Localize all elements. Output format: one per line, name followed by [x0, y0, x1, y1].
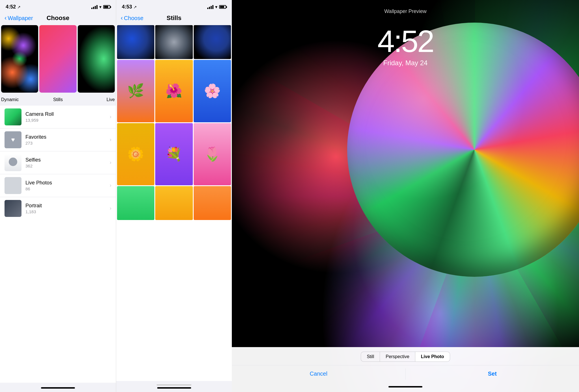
album-thumb-camera-roll: [5, 108, 21, 125]
battery-icon-panel1: [103, 5, 110, 9]
stills-thumb-green1[interactable]: [117, 186, 154, 220]
chevron-icon-selfies: ›: [110, 160, 111, 165]
type-option-live-photo[interactable]: Live Photo: [415, 352, 450, 362]
signal-bars-panel1: [91, 5, 98, 9]
wifi-icon-panel2: ▾: [215, 4, 217, 10]
stills-row-3: 🌼 💐 🌷: [116, 123, 232, 186]
set-button[interactable]: Set: [406, 365, 579, 382]
cancel-button[interactable]: Cancel: [232, 365, 405, 382]
album-info-selfies: Selfies 362: [25, 157, 111, 168]
p2-signal-bar-4: [212, 5, 213, 9]
photo-type-selector: Still Perspective Live Photo: [232, 347, 579, 365]
wallpaper-preview-panel: Wallpaper Preview 4:52 Friday, May 24 St…: [232, 0, 579, 392]
back-chevron-icon: ‹: [5, 14, 7, 22]
flower5-overlay: 💐: [155, 123, 193, 186]
wifi-icon-panel1: ▾: [99, 4, 101, 10]
stills-thumb-earth2[interactable]: [194, 25, 231, 59]
chevron-icon-live-photos: ›: [110, 182, 111, 188]
flower4-overlay: 🌼: [117, 123, 154, 186]
album-item-favorites[interactable]: ♥ Favorites 273 ›: [0, 128, 116, 151]
album-info-live-photos: Live Photos 86: [25, 180, 111, 191]
album-info-favorites: Favorites 273: [25, 134, 111, 145]
p2-signal-bar-3: [211, 6, 212, 9]
wallpaper-chooser-panel: 4:52 ↗ ▾ ‹ Wallpaper Choose D: [0, 0, 116, 392]
nav-bar-panel2: ‹ Choose Stills: [116, 12, 232, 25]
battery-fill-panel1: [104, 6, 108, 8]
album-thumb-selfies: [5, 154, 21, 171]
status-icons-panel2: ▾: [207, 4, 226, 10]
type-option-perspective[interactable]: Perspective: [380, 352, 415, 362]
p2-signal-bar-2: [209, 7, 210, 9]
flower6-overlay: 🌷: [194, 123, 231, 186]
album-count-portrait: 1,183: [25, 209, 111, 214]
stills-thumb-gold1[interactable]: [155, 186, 193, 220]
flower2-overlay: 🌺: [155, 60, 193, 122]
back-label-panel1[interactable]: Wallpaper: [8, 15, 33, 21]
back-button-panel2[interactable]: ‹ Choose: [121, 14, 143, 22]
wallpaper-thumb-stills[interactable]: [39, 25, 76, 93]
status-time-panel1: 4:52: [6, 4, 16, 10]
album-item-selfies[interactable]: Selfies 362 ›: [0, 151, 116, 174]
status-bar-panel2: 4:53 ↗ ▾: [116, 0, 232, 12]
location-icon-panel1: ↗: [17, 5, 21, 9]
wallpaper-thumb-live[interactable]: [78, 25, 115, 93]
album-info-portrait: Portrait 1,183: [25, 203, 111, 214]
signal-bar-2: [93, 7, 94, 9]
p2-signal-bar-1: [207, 8, 208, 9]
album-thumb-live-photos: [5, 177, 21, 194]
preview-header: Wallpaper Preview 4:52 Friday, May 24: [232, 0, 579, 67]
stills-thumb-earth1[interactable]: [117, 25, 154, 59]
preview-time: 4:52: [377, 26, 433, 57]
stills-thumb-moon[interactable]: [155, 25, 193, 59]
album-info-camera-roll: Camera Roll 13,959: [25, 111, 111, 123]
stills-thumb-flower6[interactable]: 🌷: [194, 123, 231, 186]
album-count-selfies: 362: [25, 164, 111, 168]
back-button-panel1[interactable]: ‹ Wallpaper: [5, 14, 33, 22]
stills-thumb-flower2[interactable]: 🌺: [155, 60, 193, 122]
location-icon-panel2: ↗: [133, 5, 137, 9]
signal-bar-1: [91, 8, 92, 9]
stills-grid: 🌿 🌺 🌸 🌼 💐 🌷: [116, 25, 232, 381]
signal-bar-3: [95, 6, 96, 9]
album-item-portrait[interactable]: Portrait 1,183 ›: [0, 197, 116, 220]
status-bar-panel1: 4:52 ↗ ▾: [0, 0, 116, 12]
album-item-camera-roll[interactable]: Camera Roll 13,959 ›: [0, 106, 116, 128]
album-count-live-photos: 86: [25, 186, 111, 191]
bottom-bar: Still Perspective Live Photo Cancel Set: [232, 347, 579, 392]
chevron-icon-favorites: ›: [110, 137, 111, 143]
stills-row-2: 🌿 🌺 🌸: [116, 60, 232, 122]
album-name-favorites: Favorites: [25, 134, 111, 140]
home-indicator-panel2: [157, 387, 191, 389]
stills-thumb-orange1[interactable]: [194, 186, 231, 220]
preview-date: Friday, May 24: [383, 59, 428, 67]
album-thumb-favorites: ♥: [5, 131, 21, 148]
status-time-panel2: 4:53: [122, 4, 132, 10]
stills-thumb-flower3[interactable]: 🌸: [194, 60, 231, 122]
back-label-panel2[interactable]: Choose: [124, 15, 143, 21]
stills-thumb-flower5[interactable]: 💐: [155, 123, 193, 186]
stills-thumb-flower1[interactable]: 🌿: [117, 60, 154, 122]
preview-label: Wallpaper Preview: [384, 8, 426, 14]
wallpaper-label-dynamic: Dynamic: [1, 97, 39, 102]
back-chevron-icon-p2: ‹: [121, 14, 123, 22]
home-indicator-panel3: [388, 386, 422, 387]
album-name-selfies: Selfies: [25, 157, 111, 163]
chevron-icon-portrait: ›: [110, 205, 111, 211]
home-indicator-panel1: [41, 387, 75, 389]
action-bar: Cancel Set: [232, 365, 579, 382]
wallpaper-thumb-dynamic[interactable]: [1, 25, 38, 93]
stills-thumb-flower4[interactable]: 🌼: [117, 123, 154, 186]
wallpaper-type-labels: Dynamic Stills Live: [0, 96, 116, 106]
chevron-icon-camera-roll: ›: [110, 114, 111, 120]
page-title-panel2: Stills: [167, 14, 182, 22]
nav-bar-panel1: ‹ Wallpaper Choose: [0, 12, 116, 25]
signal-bars-panel2: [207, 5, 213, 9]
album-item-live-photos[interactable]: Live Photos 86 ›: [0, 174, 116, 197]
battery-icon-panel2: [219, 5, 226, 9]
type-option-still[interactable]: Still: [361, 352, 380, 362]
scroll-bar-panel2: [157, 384, 191, 386]
wallpaper-label-live: Live: [77, 97, 115, 102]
album-name-live-photos: Live Photos: [25, 180, 111, 186]
battery-fill-panel2: [220, 6, 224, 8]
album-count-camera-roll: 13,959: [25, 118, 111, 123]
